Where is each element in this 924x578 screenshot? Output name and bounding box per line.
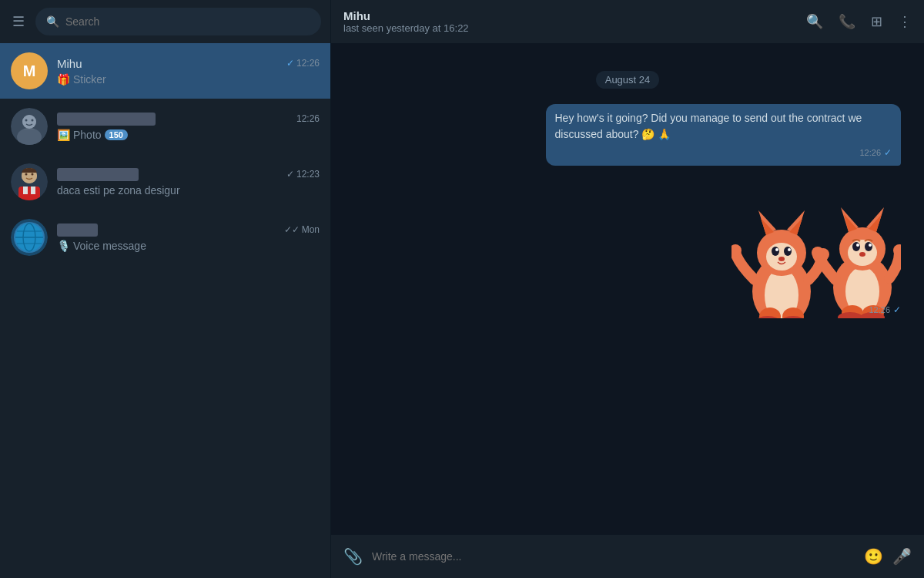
date-divider: August 24 [354,71,901,89]
chat-preview-chat2: 🖼️Photo150 [57,129,320,141]
header-call-icon[interactable]: 📞 [839,13,855,30]
svg-point-54 [812,247,824,259]
chat-time-mihu: ✓12:26 [286,58,320,69]
header-search-icon[interactable]: 🔍 [806,13,823,30]
sidebar: ☰ 🔍 MMihu✓12:26🎁Sticker ████████████12:2… [0,0,331,578]
header-columns-icon[interactable]: ⊞ [871,13,882,30]
message-check-1: ✓ [884,146,892,160]
chat-item-chat2[interactable]: ████████████12:26🖼️Photo150 [0,99,330,154]
search-input[interactable] [65,15,310,28]
svg-point-30 [772,247,779,256]
svg-point-32 [775,248,778,251]
chat-header-status: last seen yesterday at 16:22 [343,22,469,34]
message-bubble-1: Hey how's it going? Did you manage to se… [546,104,902,166]
svg-point-50 [865,242,872,251]
messages-area: August 24 Hey how's it going? Did you ma… [331,43,924,535]
sticker-meta: 12:26 ✓ [869,304,901,315]
svg-point-5 [32,119,34,122]
avatar-chat2 [11,108,48,145]
message-time-1: 12:26 [859,146,881,160]
search-bar[interactable]: 🔍 [35,8,321,35]
hamburger-icon[interactable]: ☰ [9,10,28,33]
svg-point-14 [32,173,34,176]
chat-name-chat3: ██████████ [57,168,139,181]
chat-list: MMihu✓12:26🎁Sticker ████████████12:26🖼️P… [0,43,330,578]
svg-point-34 [778,257,785,261]
chat-time-chat2: 12:26 [296,113,320,124]
chat-item-chat3[interactable]: ██████████✓12:23daca esti pe zona desigu… [0,154,330,210]
message-text-1: Hey how's it going? Did you manage to se… [555,112,862,140]
chat-header-actions: 🔍 📞 ⊞ ⋮ [806,13,912,30]
attach-icon[interactable]: 📎 [343,547,363,566]
chat-header-name: Mihu [343,9,469,22]
message-input-area: 📎 🙂 🎤 [331,535,924,578]
chat-item-mihu[interactable]: MMihu✓12:26🎁Sticker [0,43,330,99]
svg-point-4 [25,119,28,122]
svg-rect-11 [31,187,35,194]
app-container: ☰ 🔍 MMihu✓12:26🎁Sticker ████████████12:2… [0,0,924,578]
svg-point-51 [856,244,859,247]
sticker-check: ✓ [893,304,901,315]
emoji-icon[interactable]: 🙂 [864,547,883,566]
svg-rect-9 [18,187,40,200]
chat-item-chat4[interactable]: █████✓✓Mon🎙️Voice message [0,210,330,265]
sidebar-header: ☰ 🔍 [0,0,330,43]
sticker-container: 12:26 ✓ [732,172,901,318]
svg-point-31 [784,247,792,256]
avatar-chat3 [11,163,48,200]
chat-name-chat4: █████ [57,223,98,237]
svg-point-49 [852,242,860,251]
chat-info-chat3: ██████████✓12:23daca esti pe zona desigu… [57,168,320,197]
sticker-area: 12:26 ✓ [354,172,901,318]
svg-rect-6 [11,129,48,145]
message-outgoing: Hey how's it going? Did you manage to se… [354,104,901,166]
chat-area: Mihu last seen yesterday at 16:22 🔍 📞 ⊞ … [331,0,924,578]
chat-preview-chat4: 🎙️Voice message [57,240,320,252]
chat-time-chat3: ✓12:23 [286,169,320,180]
message-meta-1: 12:26 ✓ [555,146,892,160]
chat-info-mihu: Mihu✓12:26🎁Sticker [57,57,320,86]
svg-point-3 [22,115,36,129]
mic-icon[interactable]: 🎤 [892,547,912,566]
svg-point-13 [25,173,28,176]
chat-preview-mihu: 🎁Sticker [57,73,320,86]
avatar-mihu: M [11,52,48,89]
svg-point-53 [859,252,865,257]
search-icon: 🔍 [46,15,59,28]
svg-point-33 [788,248,791,251]
header-more-icon[interactable]: ⋮ [898,13,912,30]
svg-rect-10 [23,187,28,194]
message-input[interactable] [372,550,855,563]
chat-name-mihu: Mihu [57,57,82,70]
sticker-time: 12:26 [869,305,890,314]
chat-time-chat4: ✓✓Mon [284,224,320,235]
date-label: August 24 [596,71,660,89]
avatar-chat4 [11,219,48,256]
chat-info-chat4: █████✓✓Mon🎙️Voice message [57,223,320,252]
chat-header-info: Mihu last seen yesterday at 16:22 [343,9,469,34]
badge-chat2: 150 [105,129,128,140]
chat-name-chat2: ████████████ [57,113,156,126]
svg-point-52 [869,244,872,247]
chat-info-chat2: ████████████12:26🖼️Photo150 [57,113,320,141]
chat-preview-chat3: daca esti pe zona desigur [57,184,320,197]
chat-header: Mihu last seen yesterday at 16:22 🔍 📞 ⊞ … [331,0,924,43]
fox-sticker [732,172,901,318]
